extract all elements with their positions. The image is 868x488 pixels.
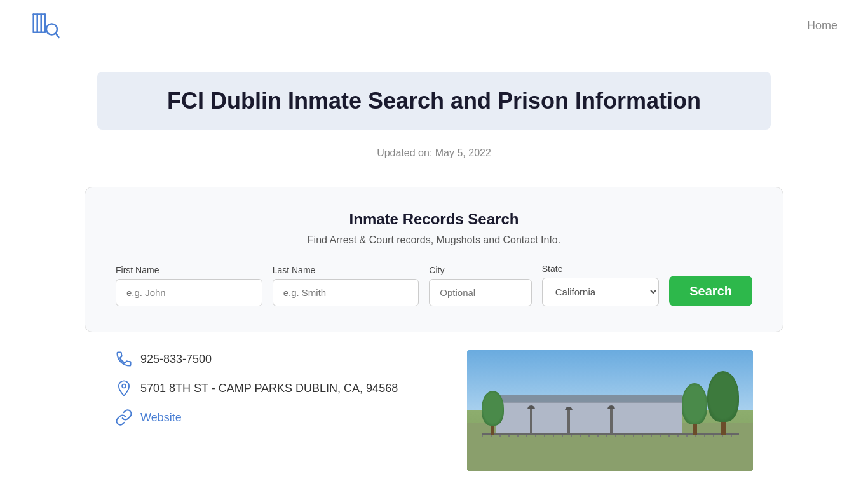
first-name-field: First Name [116,265,262,306]
logo-icon [31,10,61,41]
search-card-title: Inmate Records Search [116,210,752,228]
state-label: State [542,264,660,274]
state-field: State AlabamaAlaskaArizonaArkansasCalifo… [542,264,660,306]
svg-rect-5 [32,31,46,33]
logo [31,10,61,41]
svg-rect-3 [44,13,46,33]
first-name-input[interactable] [116,279,262,306]
hero-title-box: FCI Dublin Inmate Search and Prison Info… [97,72,771,130]
address-text: 5701 8TH ST - CAMP PARKS DUBLIN, CA, 945… [140,382,398,395]
last-name-input[interactable] [273,279,419,306]
svg-rect-2 [40,13,42,33]
prison-facility-image [467,350,753,471]
first-name-label: First Name [116,265,262,275]
search-card: Inmate Records Search Find Arrest & Cour… [85,187,783,332]
state-select[interactable]: AlabamaAlaskaArizonaArkansasCaliforniaCo… [542,278,660,306]
info-section: 925-833-7500 5701 8TH ST - CAMP PARKS DU… [85,350,783,471]
phone-number: 925-833-7500 [140,353,212,366]
website-row: Website [115,409,442,426]
phone-icon [115,350,133,368]
address-row: 5701 8TH ST - CAMP PARKS DUBLIN, CA, 945… [115,379,442,397]
search-card-subtitle: Find Arrest & Court records, Mugshots an… [116,234,752,246]
main-nav: Home [807,19,837,32]
svg-rect-4 [32,13,46,15]
city-field: City [429,265,531,306]
contact-info: 925-833-7500 5701 8TH ST - CAMP PARKS DU… [115,350,442,426]
inmate-search-form: First Name Last Name City State AlabamaA… [116,264,752,306]
phone-row: 925-833-7500 [115,350,442,368]
page-title: FCI Dublin Inmate Search and Prison Info… [128,87,740,114]
website-link[interactable]: Website [140,411,182,424]
home-link[interactable]: Home [807,19,837,32]
hero-section: FCI Dublin Inmate Search and Prison Info… [0,51,868,169]
svg-line-7 [55,33,58,37]
search-button[interactable]: Search [669,276,752,306]
header: Home [0,0,868,51]
updated-date: Updated on: May 5, 2022 [31,147,837,159]
svg-rect-0 [32,13,34,33]
last-name-field: Last Name [273,265,419,306]
city-label: City [429,265,531,275]
svg-rect-1 [36,13,38,33]
link-icon [115,409,133,426]
location-icon [115,379,133,397]
last-name-label: Last Name [273,265,419,275]
city-input[interactable] [429,279,531,306]
